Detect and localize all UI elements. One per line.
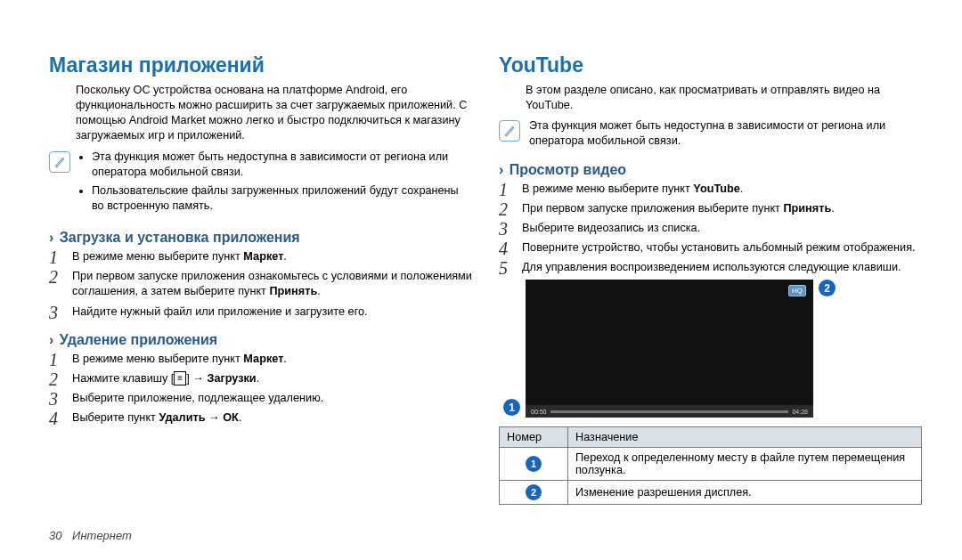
step: Поверните устройство, чтобы установить а… xyxy=(499,240,922,256)
step: Найдите нужный файл или приложение и заг… xyxy=(49,304,472,320)
cell-function: Изменение разрешения дисплея. xyxy=(568,481,922,505)
step: Выберите приложение, подлежащее удалению… xyxy=(49,391,472,406)
callout-2: 2 xyxy=(819,280,836,296)
step: При первом запуске приложения ознакомьте… xyxy=(49,269,472,299)
step: Для управления воспроизведением использу… xyxy=(499,260,922,275)
note-appstore: Эта функция может быть недоступна в зави… xyxy=(49,150,472,218)
chapter-name: Интернет xyxy=(72,529,132,542)
header-number: Номер xyxy=(500,427,568,448)
number-badge: 1 xyxy=(526,456,542,472)
cell-number: 1 xyxy=(500,448,568,481)
hq-badge: HQ xyxy=(788,285,806,296)
note-item: Эта функция может быть недоступна в зави… xyxy=(92,150,472,180)
table-row: 2 Изменение разрешения дисплея. xyxy=(500,481,922,505)
page-footer: 30 Интернет xyxy=(49,529,922,542)
video-screen xyxy=(526,280,813,418)
page-number: 30 xyxy=(49,529,61,542)
table-row: 1 Переход к определенному месту в файле … xyxy=(500,448,922,481)
header-function: Назначение xyxy=(568,427,922,448)
time-total: 04:28 xyxy=(792,409,808,415)
note-body: Эта функция может быть недоступна в зави… xyxy=(79,150,472,218)
step: Нажмите клавишу [≡] → Загрузки. xyxy=(49,371,472,386)
progress-track xyxy=(550,410,789,413)
note-icon xyxy=(499,120,520,142)
cell-number: 2 xyxy=(500,481,568,505)
note-body: Эта функция может быть недоступна в зави… xyxy=(529,118,922,149)
column-right: YouTube В этом разделе описано, как прос… xyxy=(499,53,922,505)
note-item: Пользовательские файлы загруженных прило… xyxy=(92,183,472,214)
subheading-delete-app: › Удаление приложения xyxy=(49,332,472,348)
steps-download-install: В режиме меню выберите пункт Маркет. При… xyxy=(49,249,472,320)
step: Выберите видеозапись из списка. xyxy=(499,221,922,236)
video-player-mock: HQ 00:50 04:28 1 2 xyxy=(526,280,813,418)
subheading-watch-video: › Просмотр видео xyxy=(499,162,922,178)
intro-youtube: В этом разделе описано, как просматриват… xyxy=(526,83,922,113)
video-progress-bar: 00:50 04:28 xyxy=(526,405,813,418)
step: При первом запуске приложения выберите п… xyxy=(499,201,922,216)
steps-watch-video: В режиме меню выберите пункт YouTube. Пр… xyxy=(499,182,922,276)
step: В режиме меню выберите пункт YouTube. xyxy=(499,182,922,197)
heading-appstore: Магазин приложений xyxy=(49,53,472,77)
chevron-right-icon: › xyxy=(49,332,53,347)
column-wrap: Магазин приложений Поскольку ОС устройст… xyxy=(49,53,922,505)
chevron-right-icon: › xyxy=(49,230,53,245)
table-header-row: Номер Назначение xyxy=(500,427,922,448)
step: Выберите пункт Удалить → ОК. xyxy=(49,410,472,426)
callout-function-table: Номер Назначение 1 Переход к определенно… xyxy=(499,426,922,505)
note-icon xyxy=(49,151,70,173)
cell-function: Переход к определенному месту в файле пу… xyxy=(568,448,922,481)
callout-1: 1 xyxy=(503,399,520,416)
heading-youtube: YouTube xyxy=(499,53,922,77)
number-badge: 2 xyxy=(526,484,542,500)
time-elapsed: 00:50 xyxy=(531,409,547,415)
intro-appstore: Поскольку ОС устройства основана на плат… xyxy=(76,83,472,144)
note-youtube: Эта функция может быть недоступна в зави… xyxy=(499,118,922,149)
page: Магазин приложений Поскольку ОС устройст… xyxy=(0,0,962,560)
column-left: Магазин приложений Поскольку ОС устройст… xyxy=(49,53,472,505)
menu-key-icon: ≡ xyxy=(174,371,186,386)
step: В режиме меню выберите пункт Маркет. xyxy=(49,249,472,264)
chevron-right-icon: › xyxy=(499,162,503,177)
steps-delete-app: В режиме меню выберите пункт Маркет. Наж… xyxy=(49,352,472,426)
step: В режиме меню выберите пункт Маркет. xyxy=(49,352,472,367)
subheading-download-install: › Загрузка и установка приложения xyxy=(49,230,472,246)
